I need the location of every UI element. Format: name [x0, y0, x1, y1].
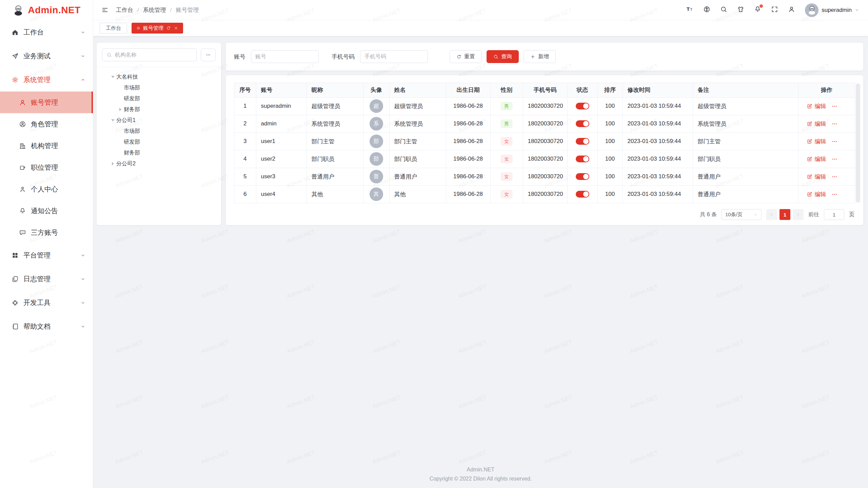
edit-button[interactable]: 编辑: [807, 120, 826, 128]
caret-expanded-icon[interactable]: [111, 76, 115, 78]
edit-button[interactable]: 编辑: [807, 190, 826, 198]
sidebar-item-workbench[interactable]: 工作台: [0, 20, 93, 44]
tree-node[interactable]: 研发部: [102, 137, 216, 147]
tree-node[interactable]: 分公司1: [102, 115, 216, 126]
sidebar-item-system-management[interactable]: 系统管理: [0, 68, 93, 92]
tree-node[interactable]: 财务部: [102, 147, 216, 158]
caret-expanded-icon[interactable]: [111, 119, 115, 121]
goto-page-input[interactable]: [824, 209, 844, 220]
chevron-down-icon: [855, 8, 859, 12]
sidebar-item-label: 三方账号: [31, 228, 58, 237]
user-menu[interactable]: superadmin: [805, 3, 859, 17]
sidebar-item-position-management[interactable]: 职位管理: [0, 157, 93, 178]
sidebar-item-account-management[interactable]: 账号管理: [0, 92, 93, 113]
sidebar-item-personal-center[interactable]: 个人中心: [0, 178, 93, 200]
logo[interactable]: Admin.NET: [0, 0, 93, 20]
more-actions-button[interactable]: [831, 156, 838, 162]
accounts-table-panel: 序号账号昵称头像姓名出生日期性别手机号码状态排序修改时间备注操作1superad…: [226, 75, 863, 225]
page-size-select[interactable]: 10条/页: [722, 209, 762, 220]
cell-name: 超级管理员: [389, 97, 446, 115]
font-size-icon[interactable]: TT: [686, 6, 693, 15]
tree-node[interactable]: 市场部: [102, 126, 216, 137]
breadcrumb-item[interactable]: 工作台: [116, 6, 133, 14]
breadcrumb-item-current: 账号管理: [176, 6, 199, 14]
sidebar-item-platform-management[interactable]: 平台管理: [0, 243, 93, 267]
phone-input[interactable]: [360, 50, 428, 63]
edit-button[interactable]: 编辑: [807, 155, 826, 163]
notification-bell-icon[interactable]: [754, 6, 761, 15]
position-icon: [19, 164, 26, 171]
caret-collapsed-icon[interactable]: [119, 108, 121, 111]
sidebar-item-business-test[interactable]: 业务测试: [0, 44, 93, 68]
tab-workbench[interactable]: 工作台: [100, 23, 127, 34]
next-page-button[interactable]: [793, 209, 804, 220]
status-switch[interactable]: [576, 191, 589, 198]
more-actions-button[interactable]: [831, 174, 838, 180]
reset-button[interactable]: 重置: [450, 50, 482, 63]
cell-nickname: 部门职员: [307, 150, 363, 168]
cell-index: 2: [234, 115, 256, 133]
sidebar-item-role-management[interactable]: 角色管理: [0, 113, 93, 135]
language-icon[interactable]: [703, 6, 710, 15]
status-switch[interactable]: [576, 156, 589, 162]
search-icon[interactable]: [720, 6, 727, 15]
caret-collapsed-icon[interactable]: [112, 162, 114, 165]
edit-button[interactable]: 编辑: [807, 138, 826, 145]
tree-node[interactable]: 大名科技: [102, 72, 216, 82]
tree-node[interactable]: 市场部: [102, 82, 216, 93]
tab-refresh-icon[interactable]: [166, 26, 171, 30]
sidebar-item-log-management[interactable]: 日志管理: [0, 267, 93, 291]
add-button[interactable]: 新增: [524, 50, 556, 63]
table-row: 1superadmin超级管理员超超级管理员1986-06-28男1802003…: [234, 97, 855, 115]
tab-account-management[interactable]: 账号管理: [132, 23, 183, 34]
edit-button[interactable]: 编辑: [807, 102, 826, 110]
status-switch[interactable]: [576, 173, 589, 180]
chevron-down-icon: [80, 277, 85, 282]
account-field[interactable]: [255, 54, 314, 60]
more-actions-button[interactable]: [831, 121, 838, 127]
sidebar-item-help-docs[interactable]: 帮助文档: [0, 314, 93, 338]
query-button[interactable]: 查询: [487, 50, 519, 63]
avatar: 部: [370, 135, 383, 148]
edit-button[interactable]: 编辑: [807, 173, 826, 181]
reset-label: 重置: [464, 53, 475, 60]
status-switch[interactable]: [576, 120, 589, 127]
column-header-actions: 操作: [798, 83, 855, 97]
theme-icon[interactable]: [737, 6, 744, 15]
cell-remark: 部门主管: [693, 133, 798, 150]
cell-account: admin: [256, 115, 307, 133]
menu-fold-icon[interactable]: [101, 6, 108, 14]
user-profile-icon[interactable]: [788, 6, 795, 15]
sidebar-item-dev-tools[interactable]: 开发工具: [0, 291, 93, 314]
phone-field[interactable]: [364, 54, 423, 60]
cell-name: 普通用户: [389, 168, 446, 185]
org-more-button[interactable]: [201, 48, 216, 61]
tree-node[interactable]: 财务部: [102, 104, 216, 115]
chevron-down-icon: [80, 324, 85, 329]
sidebar-item-notice-announcement[interactable]: 通知公告: [0, 200, 93, 222]
cell-nickname: 超级管理员: [307, 97, 363, 115]
more-actions-button[interactable]: [831, 103, 838, 109]
sidebar-item-third-party-account[interactable]: 三方账号: [0, 222, 93, 243]
cell-account: user2: [256, 150, 307, 168]
prev-page-button[interactable]: [766, 209, 777, 220]
status-switch[interactable]: [576, 103, 589, 109]
more-actions-button[interactable]: [831, 138, 838, 145]
table-row: 5user3普通用户普普通用户1986-06-28女18020030720100…: [234, 168, 855, 185]
breadcrumb-item[interactable]: 系统管理: [143, 6, 166, 14]
more-actions-button[interactable]: [831, 191, 838, 198]
current-page-button[interactable]: 1: [780, 209, 790, 220]
gender-badge: 男: [501, 102, 512, 110]
footer-copyright: Copyright © 2022 Dilon All rights reserv…: [93, 474, 868, 483]
org-name-field[interactable]: [115, 52, 192, 58]
tree-node[interactable]: 分公司2: [102, 158, 216, 169]
account-input[interactable]: [251, 50, 319, 63]
column-header-avatar: 头像: [363, 83, 389, 97]
fullscreen-icon[interactable]: [771, 6, 778, 15]
tree-node[interactable]: 研发部: [102, 93, 216, 104]
table-scrollbar[interactable]: [856, 83, 860, 203]
sidebar-item-org-management[interactable]: 机构管理: [0, 135, 93, 157]
tab-close-icon[interactable]: [174, 26, 178, 30]
status-switch[interactable]: [576, 138, 589, 145]
org-search-input[interactable]: [102, 48, 197, 61]
